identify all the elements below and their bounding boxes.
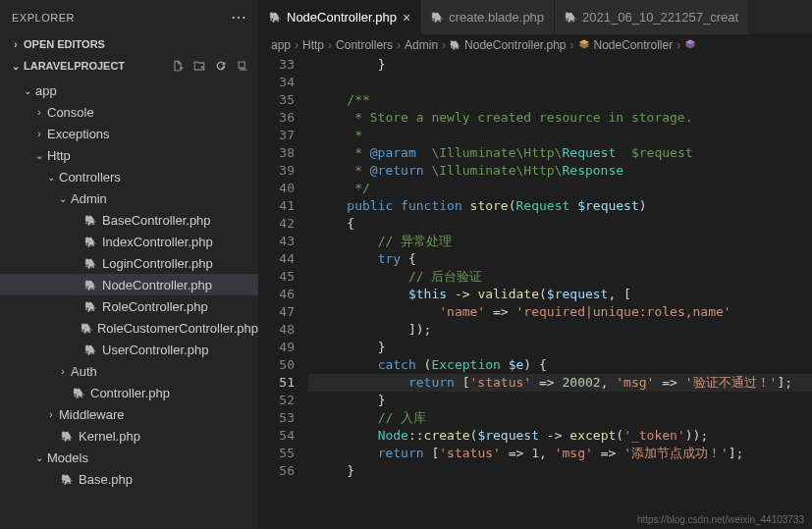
tree-label: Http: [47, 148, 71, 163]
editor-tab[interactable]: 🐘create.blade.php: [421, 0, 555, 34]
chevron-icon: ⌄: [55, 193, 71, 204]
folder-item[interactable]: ›Console: [0, 101, 258, 123]
breadcrumb-item[interactable]: NodeController: [594, 38, 674, 52]
tree-label: Controllers: [59, 170, 121, 185]
php-file-icon: 🐘: [565, 12, 576, 23]
code-content[interactable]: } /** * Store a newly created resource i…: [308, 56, 812, 529]
tree-label: Console: [47, 105, 94, 120]
php-file-icon: 🐘: [82, 277, 98, 292]
file-item[interactable]: 🐘RoleController.php: [0, 295, 258, 317]
sidebar: EXPLORER ⋯ › OPEN EDITORS ⌄ LARAVELPROJE…: [0, 0, 259, 529]
file-item[interactable]: 🐘IndexController.php: [0, 231, 258, 252]
file-item[interactable]: 🐘Base.php: [0, 468, 258, 490]
editor-tabs: 🐘NodeController.php×🐘create.blade.php🐘20…: [259, 0, 812, 34]
sidebar-more-icon[interactable]: ⋯: [231, 8, 246, 26]
php-file-icon: 🐘: [450, 40, 460, 50]
tree-label: IndexController.php: [102, 235, 213, 249]
file-item[interactable]: 🐘BaseController.php: [0, 209, 258, 231]
tree-label: Controller.php: [90, 386, 170, 400]
breadcrumb-item[interactable]: NodeController.php: [464, 38, 566, 52]
folder-item[interactable]: ⌄Http: [0, 144, 258, 166]
php-file-icon: 🐘: [82, 234, 98, 249]
file-item[interactable]: 🐘Kernel.php: [0, 425, 258, 447]
breadcrumb-item[interactable]: Admin: [405, 38, 438, 52]
tab-label: 2021_06_10_221257_creat: [582, 10, 738, 25]
refresh-icon[interactable]: [213, 58, 229, 74]
php-file-icon: 🐘: [82, 298, 98, 314]
breadcrumb-item[interactable]: Http: [302, 38, 324, 52]
tree-label: BaseController.php: [102, 213, 211, 228]
code-editor[interactable]: 3334353637383940414243444546474849505152…: [259, 56, 812, 529]
open-editors-section[interactable]: › OPEN EDITORS: [0, 34, 258, 54]
folder-item[interactable]: ⌄Admin: [0, 187, 258, 209]
file-item[interactable]: 🐘RoleCustomerController.php: [0, 317, 258, 339]
folder-item[interactable]: ⌄Controllers: [0, 166, 258, 187]
class-icon: [578, 38, 590, 52]
tree-label: Models: [47, 450, 88, 465]
chevron-down-icon: ⌄: [8, 61, 24, 72]
php-file-icon: 🐘: [80, 320, 92, 336]
tree-label: Middleware: [59, 407, 124, 422]
tree-label: Admin: [71, 191, 107, 206]
tree-label: RoleController.php: [102, 299, 208, 314]
breadcrumb[interactable]: app›Http›Controllers›Admin›🐘NodeControll…: [259, 34, 812, 56]
new-file-icon[interactable]: [170, 58, 186, 74]
chevron-icon: ›: [31, 129, 47, 139]
file-item[interactable]: 🐘UserController.php: [0, 339, 258, 360]
chevron-icon: ⌄: [31, 150, 47, 161]
open-editors-label: OPEN EDITORS: [24, 38, 105, 50]
explorer-title: EXPLORER: [12, 12, 75, 24]
project-actions: [170, 58, 250, 74]
breadcrumb-item[interactable]: Controllers: [336, 38, 393, 52]
folder-item[interactable]: ›Exceptions: [0, 123, 258, 144]
file-item[interactable]: 🐘Controller.php: [0, 382, 258, 403]
breadcrumb-item[interactable]: app: [271, 38, 291, 52]
file-tree: ⌄app›Console›Exceptions⌄Http⌄Controllers…: [0, 78, 258, 529]
folder-item[interactable]: ⌄Models: [0, 447, 258, 468]
php-file-icon: 🐘: [431, 12, 443, 23]
watermark: https://blog.csdn.net/weixin_44103733: [637, 514, 804, 525]
chevron-icon: ›: [55, 366, 71, 377]
folder-item[interactable]: ›Auth: [0, 360, 258, 382]
php-file-icon: 🐘: [269, 12, 281, 23]
tree-label: RoleCustomerController.php: [97, 321, 258, 336]
chevron-icon: ⌄: [43, 172, 59, 183]
folder-item[interactable]: ›Middleware: [0, 403, 258, 425]
tree-label: Exceptions: [47, 127, 110, 141]
chevron-icon: ›: [43, 409, 59, 420]
php-file-icon: 🐘: [59, 428, 75, 444]
project-name: LARAVELPROJECT: [24, 60, 125, 72]
chevron-right-icon: ›: [8, 39, 24, 50]
chevron-icon: ⌄: [20, 85, 35, 96]
tree-label: app: [35, 83, 57, 98]
tab-label: NodeController.php: [287, 10, 397, 25]
close-icon[interactable]: ×: [403, 10, 410, 26]
tree-label: UserController.php: [102, 343, 208, 357]
file-item[interactable]: 🐘LoginController.php: [0, 252, 258, 274]
chevron-icon: ⌄: [31, 452, 47, 463]
new-folder-icon[interactable]: [191, 58, 207, 74]
tree-label: Kernel.php: [79, 429, 140, 444]
tree-label: NodeController.php: [102, 278, 212, 292]
line-gutter: 3334353637383940414243444546474849505152…: [259, 56, 308, 529]
tree-label: Base.php: [79, 472, 133, 487]
collapse-all-icon[interactable]: [235, 58, 250, 74]
php-file-icon: 🐘: [82, 342, 98, 357]
main-area: 🐘NodeController.php×🐘create.blade.php🐘20…: [259, 0, 812, 529]
chevron-icon: ›: [31, 107, 47, 118]
editor-tab[interactable]: 🐘NodeController.php×: [259, 0, 421, 34]
php-file-icon: 🐘: [59, 471, 75, 487]
folder-item[interactable]: ⌄app: [0, 79, 258, 101]
file-item[interactable]: 🐘NodeController.php: [0, 274, 258, 295]
php-file-icon: 🐘: [82, 255, 98, 271]
tree-label: Auth: [71, 364, 97, 379]
method-icon: [684, 38, 696, 52]
sidebar-header: EXPLORER ⋯: [0, 0, 258, 34]
tree-label: LoginController.php: [102, 256, 213, 271]
project-header[interactable]: ⌄ LARAVELPROJECT: [0, 54, 258, 78]
php-file-icon: 🐘: [71, 385, 86, 400]
tab-label: create.blade.php: [449, 10, 544, 25]
editor-tab[interactable]: 🐘2021_06_10_221257_creat: [555, 0, 749, 34]
php-file-icon: 🐘: [82, 212, 98, 228]
